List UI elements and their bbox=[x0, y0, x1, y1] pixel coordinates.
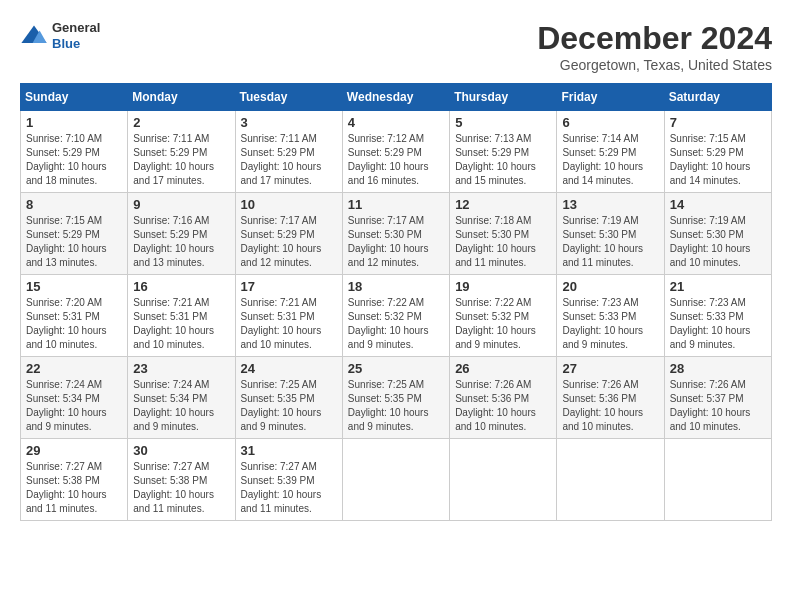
calendar-body: 1Sunrise: 7:10 AMSunset: 5:29 PMDaylight… bbox=[21, 111, 772, 521]
day-number: 15 bbox=[26, 279, 122, 294]
day-number: 11 bbox=[348, 197, 444, 212]
day-info: Sunrise: 7:11 AMSunset: 5:29 PMDaylight:… bbox=[133, 132, 229, 188]
day-info: Sunrise: 7:23 AMSunset: 5:33 PMDaylight:… bbox=[562, 296, 658, 352]
day-number: 20 bbox=[562, 279, 658, 294]
calendar-cell bbox=[664, 439, 771, 521]
calendar-cell: 1Sunrise: 7:10 AMSunset: 5:29 PMDaylight… bbox=[21, 111, 128, 193]
day-info: Sunrise: 7:22 AMSunset: 5:32 PMDaylight:… bbox=[348, 296, 444, 352]
day-number: 29 bbox=[26, 443, 122, 458]
location: Georgetown, Texas, United States bbox=[537, 57, 772, 73]
calendar-cell: 9Sunrise: 7:16 AMSunset: 5:29 PMDaylight… bbox=[128, 193, 235, 275]
day-number: 10 bbox=[241, 197, 337, 212]
calendar-cell: 25Sunrise: 7:25 AMSunset: 5:35 PMDayligh… bbox=[342, 357, 449, 439]
calendar-cell: 18Sunrise: 7:22 AMSunset: 5:32 PMDayligh… bbox=[342, 275, 449, 357]
calendar-cell: 12Sunrise: 7:18 AMSunset: 5:30 PMDayligh… bbox=[450, 193, 557, 275]
calendar-week-2: 8Sunrise: 7:15 AMSunset: 5:29 PMDaylight… bbox=[21, 193, 772, 275]
calendar-cell: 17Sunrise: 7:21 AMSunset: 5:31 PMDayligh… bbox=[235, 275, 342, 357]
logo-icon bbox=[20, 22, 48, 50]
calendar-cell: 2Sunrise: 7:11 AMSunset: 5:29 PMDaylight… bbox=[128, 111, 235, 193]
day-info: Sunrise: 7:26 AMSunset: 5:37 PMDaylight:… bbox=[670, 378, 766, 434]
day-info: Sunrise: 7:12 AMSunset: 5:29 PMDaylight:… bbox=[348, 132, 444, 188]
day-info: Sunrise: 7:14 AMSunset: 5:29 PMDaylight:… bbox=[562, 132, 658, 188]
day-info: Sunrise: 7:26 AMSunset: 5:36 PMDaylight:… bbox=[562, 378, 658, 434]
day-number: 28 bbox=[670, 361, 766, 376]
calendar-week-1: 1Sunrise: 7:10 AMSunset: 5:29 PMDaylight… bbox=[21, 111, 772, 193]
day-number: 4 bbox=[348, 115, 444, 130]
day-info: Sunrise: 7:21 AMSunset: 5:31 PMDaylight:… bbox=[133, 296, 229, 352]
calendar-cell: 30Sunrise: 7:27 AMSunset: 5:38 PMDayligh… bbox=[128, 439, 235, 521]
day-number: 8 bbox=[26, 197, 122, 212]
day-info: Sunrise: 7:26 AMSunset: 5:36 PMDaylight:… bbox=[455, 378, 551, 434]
day-info: Sunrise: 7:15 AMSunset: 5:29 PMDaylight:… bbox=[670, 132, 766, 188]
day-info: Sunrise: 7:20 AMSunset: 5:31 PMDaylight:… bbox=[26, 296, 122, 352]
day-number: 31 bbox=[241, 443, 337, 458]
day-number: 3 bbox=[241, 115, 337, 130]
day-number: 13 bbox=[562, 197, 658, 212]
day-info: Sunrise: 7:25 AMSunset: 5:35 PMDaylight:… bbox=[348, 378, 444, 434]
day-info: Sunrise: 7:19 AMSunset: 5:30 PMDaylight:… bbox=[562, 214, 658, 270]
day-info: Sunrise: 7:27 AMSunset: 5:39 PMDaylight:… bbox=[241, 460, 337, 516]
calendar-cell: 15Sunrise: 7:20 AMSunset: 5:31 PMDayligh… bbox=[21, 275, 128, 357]
calendar-week-4: 22Sunrise: 7:24 AMSunset: 5:34 PMDayligh… bbox=[21, 357, 772, 439]
day-info: Sunrise: 7:15 AMSunset: 5:29 PMDaylight:… bbox=[26, 214, 122, 270]
calendar-cell: 20Sunrise: 7:23 AMSunset: 5:33 PMDayligh… bbox=[557, 275, 664, 357]
calendar-cell: 14Sunrise: 7:19 AMSunset: 5:30 PMDayligh… bbox=[664, 193, 771, 275]
calendar-week-3: 15Sunrise: 7:20 AMSunset: 5:31 PMDayligh… bbox=[21, 275, 772, 357]
column-header-thursday: Thursday bbox=[450, 84, 557, 111]
calendar-cell: 28Sunrise: 7:26 AMSunset: 5:37 PMDayligh… bbox=[664, 357, 771, 439]
column-header-sunday: Sunday bbox=[21, 84, 128, 111]
day-number: 7 bbox=[670, 115, 766, 130]
title-block: December 2024 Georgetown, Texas, United … bbox=[537, 20, 772, 73]
day-info: Sunrise: 7:27 AMSunset: 5:38 PMDaylight:… bbox=[133, 460, 229, 516]
month-title: December 2024 bbox=[537, 20, 772, 57]
day-info: Sunrise: 7:19 AMSunset: 5:30 PMDaylight:… bbox=[670, 214, 766, 270]
calendar-cell: 16Sunrise: 7:21 AMSunset: 5:31 PMDayligh… bbox=[128, 275, 235, 357]
column-header-monday: Monday bbox=[128, 84, 235, 111]
column-header-friday: Friday bbox=[557, 84, 664, 111]
logo: General Blue bbox=[20, 20, 100, 51]
logo-text: General Blue bbox=[52, 20, 100, 51]
calendar-cell: 5Sunrise: 7:13 AMSunset: 5:29 PMDaylight… bbox=[450, 111, 557, 193]
calendar-cell bbox=[450, 439, 557, 521]
day-number: 18 bbox=[348, 279, 444, 294]
day-info: Sunrise: 7:11 AMSunset: 5:29 PMDaylight:… bbox=[241, 132, 337, 188]
calendar-cell: 6Sunrise: 7:14 AMSunset: 5:29 PMDaylight… bbox=[557, 111, 664, 193]
day-number: 1 bbox=[26, 115, 122, 130]
calendar-cell: 8Sunrise: 7:15 AMSunset: 5:29 PMDaylight… bbox=[21, 193, 128, 275]
day-info: Sunrise: 7:24 AMSunset: 5:34 PMDaylight:… bbox=[26, 378, 122, 434]
day-number: 22 bbox=[26, 361, 122, 376]
day-info: Sunrise: 7:18 AMSunset: 5:30 PMDaylight:… bbox=[455, 214, 551, 270]
calendar-cell bbox=[342, 439, 449, 521]
day-info: Sunrise: 7:21 AMSunset: 5:31 PMDaylight:… bbox=[241, 296, 337, 352]
day-number: 14 bbox=[670, 197, 766, 212]
calendar-table: SundayMondayTuesdayWednesdayThursdayFrid… bbox=[20, 83, 772, 521]
calendar-header-row: SundayMondayTuesdayWednesdayThursdayFrid… bbox=[21, 84, 772, 111]
calendar-cell: 4Sunrise: 7:12 AMSunset: 5:29 PMDaylight… bbox=[342, 111, 449, 193]
calendar-cell: 22Sunrise: 7:24 AMSunset: 5:34 PMDayligh… bbox=[21, 357, 128, 439]
column-header-tuesday: Tuesday bbox=[235, 84, 342, 111]
calendar-cell: 11Sunrise: 7:17 AMSunset: 5:30 PMDayligh… bbox=[342, 193, 449, 275]
day-number: 27 bbox=[562, 361, 658, 376]
day-info: Sunrise: 7:25 AMSunset: 5:35 PMDaylight:… bbox=[241, 378, 337, 434]
day-number: 9 bbox=[133, 197, 229, 212]
day-number: 24 bbox=[241, 361, 337, 376]
column-header-saturday: Saturday bbox=[664, 84, 771, 111]
calendar-cell: 21Sunrise: 7:23 AMSunset: 5:33 PMDayligh… bbox=[664, 275, 771, 357]
day-number: 23 bbox=[133, 361, 229, 376]
calendar-cell: 26Sunrise: 7:26 AMSunset: 5:36 PMDayligh… bbox=[450, 357, 557, 439]
calendar-cell: 27Sunrise: 7:26 AMSunset: 5:36 PMDayligh… bbox=[557, 357, 664, 439]
calendar-cell: 24Sunrise: 7:25 AMSunset: 5:35 PMDayligh… bbox=[235, 357, 342, 439]
day-number: 21 bbox=[670, 279, 766, 294]
day-number: 2 bbox=[133, 115, 229, 130]
day-number: 26 bbox=[455, 361, 551, 376]
day-info: Sunrise: 7:10 AMSunset: 5:29 PMDaylight:… bbox=[26, 132, 122, 188]
day-number: 17 bbox=[241, 279, 337, 294]
calendar-week-5: 29Sunrise: 7:27 AMSunset: 5:38 PMDayligh… bbox=[21, 439, 772, 521]
day-info: Sunrise: 7:17 AMSunset: 5:30 PMDaylight:… bbox=[348, 214, 444, 270]
calendar-cell: 10Sunrise: 7:17 AMSunset: 5:29 PMDayligh… bbox=[235, 193, 342, 275]
day-info: Sunrise: 7:13 AMSunset: 5:29 PMDaylight:… bbox=[455, 132, 551, 188]
calendar-cell bbox=[557, 439, 664, 521]
day-info: Sunrise: 7:27 AMSunset: 5:38 PMDaylight:… bbox=[26, 460, 122, 516]
day-info: Sunrise: 7:17 AMSunset: 5:29 PMDaylight:… bbox=[241, 214, 337, 270]
calendar-cell: 19Sunrise: 7:22 AMSunset: 5:32 PMDayligh… bbox=[450, 275, 557, 357]
